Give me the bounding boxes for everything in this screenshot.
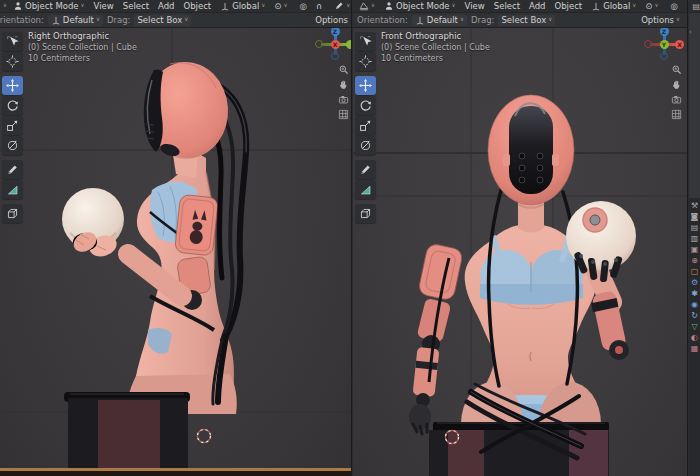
editor-type-chevron-clipped[interactable]: ∨ — [3, 3, 7, 9]
view-name: Front Orthographic — [381, 31, 490, 42]
transform-orientation-dropdown[interactable]: Global∨ — [217, 1, 268, 12]
falloff-curve-icon[interactable]: ∩ — [684, 1, 688, 12]
navigation-gizmo[interactable]: Z X Y — [644, 27, 684, 61]
navigation-gizmo[interactable]: Z X — [315, 27, 352, 61]
tool-move[interactable] — [2, 76, 23, 95]
viewport-canvas[interactable] — [0, 0, 351, 476]
tweak-tool-dropdown[interactable]: ∨ — [331, 1, 352, 12]
menu-add[interactable]: Add — [526, 1, 548, 11]
gizmo-axis-x-neg[interactable] — [644, 40, 652, 48]
drag-tool-dropdown[interactable]: Select Box∨ — [498, 15, 555, 26]
pivot-point-dropdown[interactable]: ⊙∨ — [271, 1, 290, 12]
tab-particles[interactable]: ✱ — [689, 289, 700, 298]
menu-object[interactable]: Object — [180, 1, 214, 11]
menu-view[interactable]: View — [91, 1, 117, 11]
helmet-side[interactable] — [143, 59, 231, 178]
perspective-grid-icon[interactable] — [671, 109, 682, 120]
options-dropdown[interactable]: Options — [312, 15, 351, 26]
drag-tool-dropdown[interactable]: Select Box∨ — [134, 15, 191, 26]
menu-view[interactable]: View — [462, 1, 488, 11]
menu-select[interactable]: Select — [491, 1, 523, 11]
tool-cursor[interactable] — [2, 52, 23, 71]
arm-armor-plate[interactable] — [175, 194, 219, 256]
orientation-dropdown[interactable]: Default∨ — [412, 15, 467, 26]
tool-scale[interactable] — [355, 116, 376, 135]
zoom-icon[interactable] — [338, 64, 349, 75]
pan-hand-icon[interactable] — [338, 79, 349, 90]
helmet-front[interactable] — [488, 95, 574, 233]
gizmo-axis-z[interactable]: Z — [660, 27, 669, 36]
pan-hand-icon[interactable] — [671, 79, 682, 90]
tab-output[interactable]: ▤ — [689, 223, 700, 232]
tool-transform[interactable] — [2, 136, 23, 155]
tool-move[interactable] — [355, 76, 376, 95]
zoom-icon[interactable] — [671, 64, 682, 75]
gizmo-axis-z-neg[interactable] — [331, 52, 339, 60]
tool-select-box[interactable] — [355, 32, 376, 51]
viewport-canvas[interactable] — [353, 0, 687, 476]
tab-constraints[interactable]: ↻ — [689, 311, 700, 320]
viewport-info-overlay: Front Orthographic (0) Scene Collection … — [381, 31, 490, 64]
tool-rotate[interactable] — [355, 96, 376, 115]
gizmo-axis-z[interactable]: Z — [331, 27, 340, 36]
menu-object[interactable]: Object — [551, 1, 585, 11]
tool-measure[interactable] — [355, 180, 376, 199]
falloff-curve-icon[interactable]: ∩ — [313, 1, 325, 12]
tool-annotate[interactable] — [2, 160, 23, 179]
properties-editor-header[interactable]: ▤ — [689, 0, 700, 13]
tab-view-layer[interactable]: ▥ — [689, 234, 700, 243]
tool-add-cube[interactable] — [355, 204, 376, 223]
gizmo-axis-z-neg[interactable] — [660, 52, 668, 60]
floor-edge — [0, 468, 352, 471]
tab-physics[interactable]: ◉ — [689, 300, 700, 309]
properties-editor-icon[interactable]: ▤ — [692, 2, 700, 11]
orientation-dropdown[interactable]: Default∨ — [48, 15, 103, 26]
tab-material[interactable]: ◐ — [689, 333, 700, 342]
tool-cursor[interactable] — [355, 52, 376, 71]
gizmo-axis-x-front[interactable]: X — [331, 40, 340, 49]
viewport-front-orthographic: ∨ Object Mode∨ View Select Add Object Gl… — [353, 0, 688, 476]
tool-rotate[interactable] — [2, 96, 23, 115]
options-dropdown[interactable]: Options∨ — [638, 15, 683, 26]
faceplate — [509, 106, 553, 194]
proportional-editing-toggle[interactable]: ◎ — [296, 1, 309, 12]
tab-tool[interactable]: ⚒ — [689, 201, 700, 210]
camera-view-icon[interactable] — [338, 94, 349, 105]
menu-select[interactable]: Select — [120, 1, 152, 11]
mode-dropdown[interactable]: Object Mode∨ — [10, 1, 88, 12]
transform-orientation-dropdown[interactable]: Global∨ — [588, 1, 639, 12]
gizmo-axis-x[interactable]: X — [675, 40, 684, 49]
scene-side-view — [0, 0, 352, 476]
viewport-right-orthographic: ∨ Object Mode∨ View Select Add Object Gl… — [0, 0, 352, 476]
tool-measure[interactable] — [2, 180, 23, 199]
proportional-editing-toggle[interactable]: ◎ — [667, 1, 680, 12]
gizmo-axis-y-front[interactable]: Y — [660, 40, 669, 49]
perspective-grid-icon[interactable] — [338, 109, 349, 120]
collapse-arrow-icon[interactable]: ‹ — [689, 28, 692, 36]
tool-select-box[interactable] — [2, 32, 23, 51]
camera-view-icon[interactable] — [671, 94, 682, 105]
tab-object[interactable]: ▢ — [689, 267, 700, 276]
tab-data[interactable]: ▽ — [689, 322, 700, 331]
scene-front-view — [353, 0, 688, 476]
tab-texture[interactable]: ▦ — [689, 344, 700, 353]
pivot-point-dropdown[interactable]: ⊙∨ — [642, 1, 661, 12]
tab-world[interactable]: ⊕ — [689, 256, 700, 265]
tool-transform[interactable] — [355, 136, 376, 155]
tool-add-cube[interactable] — [2, 204, 23, 223]
robotic-arm[interactable] — [409, 243, 464, 434]
grid-scale: 10 Centimeters — [28, 53, 137, 64]
tool-scale[interactable] — [2, 116, 23, 135]
pedestal[interactable] — [64, 374, 237, 470]
tab-scene[interactable]: ▣ — [689, 245, 700, 254]
gizmo-axis-y-neg[interactable] — [315, 40, 323, 48]
gizmo-axis-y[interactable] — [346, 40, 352, 49]
tab-modifiers[interactable]: ⚙ — [689, 278, 700, 287]
editor-type-dropdown[interactable]: ∨ — [356, 1, 378, 12]
energy-sphere[interactable] — [62, 188, 124, 260]
menu-add[interactable]: Add — [155, 1, 177, 11]
tab-render[interactable]: ◙ — [689, 212, 700, 221]
tool-annotate[interactable] — [355, 160, 376, 179]
floor-front — [0, 471, 352, 476]
mode-dropdown[interactable]: Object Mode∨ — [381, 1, 459, 12]
